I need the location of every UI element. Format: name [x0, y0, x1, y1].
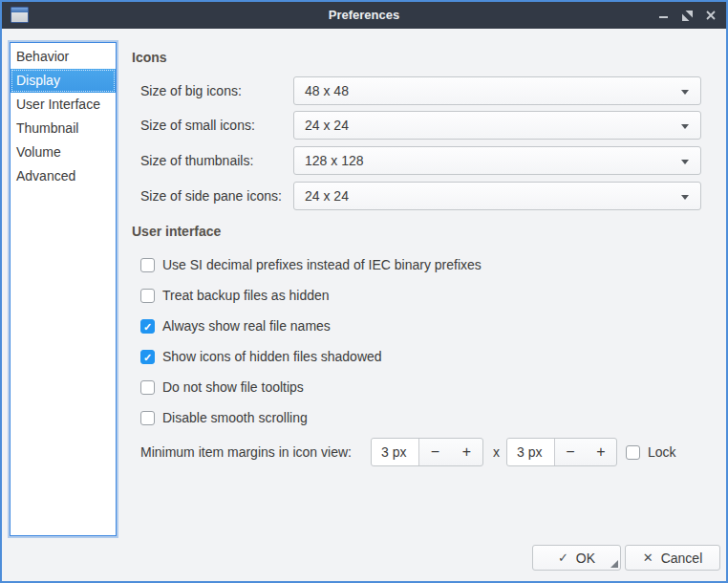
decrement-button[interactable]: − [419, 439, 451, 465]
setting-label: Size of small icons: [140, 118, 255, 133]
setting-row-small-icons: Size of small icons: 24 x 24 [140, 111, 698, 140]
close-icon: ✕ [643, 551, 653, 565]
margin-vertical-spinbox: 3 px − + [506, 438, 617, 466]
checkbox-label[interactable]: Always show real file names [162, 318, 331, 334]
margin-horizontal-spinbox: 3 px − + [371, 438, 483, 466]
close-icon [706, 11, 716, 20]
section-header-user-interface: User interface [132, 224, 221, 239]
setting-label: Size of thumbnails: [140, 153, 253, 168]
setting-row-thumbnails: Size of thumbnails: 128 x 128 [140, 146, 698, 175]
cancel-button[interactable]: ✕ Cancel [625, 545, 720, 571]
checkbox-label[interactable]: Disable smooth scrolling [162, 410, 308, 425]
default-button-corner-indicator [610, 560, 618, 568]
restore-button[interactable] [679, 8, 695, 23]
setting-row-side-pane-icons: Size of side pane icons: 24 x 24 [140, 182, 698, 210]
setting-label: Size of side pane icons: [140, 188, 282, 204]
combo-value: 24 x 24 [305, 188, 349, 204]
checkbox-label[interactable]: Use SI decimal prefixes instead of IEC b… [162, 257, 482, 272]
sidebar-item-behavior[interactable]: Behavior [11, 45, 116, 69]
combo-value: 48 x 48 [305, 83, 349, 98]
cancel-button-label: Cancel [661, 551, 703, 566]
checkbox-si-prefixes[interactable]: ✓ [140, 258, 155, 272]
checkbox-row-backup-hidden: ✓ Treat backup files as hidden [140, 287, 330, 304]
decrement-button[interactable]: − [555, 439, 586, 465]
combo-big-icon-size[interactable]: 48 x 48 [293, 76, 701, 105]
close-button[interactable] [703, 8, 718, 23]
minimize-button[interactable] [655, 8, 671, 23]
titlebar: Preferences [2, 2, 726, 29]
ok-button-label: OK [576, 551, 595, 566]
sidebar-item-volume[interactable]: Volume [11, 140, 116, 164]
sidebar-item-advanced[interactable]: Advanced [11, 164, 116, 188]
checkbox-label[interactable]: Show icons of hidden files shadowed [162, 349, 382, 364]
sidebar-item-user-interface[interactable]: User Interface [11, 93, 116, 117]
checkbox-file-tooltips[interactable]: ✓ [140, 380, 155, 395]
checkbox-row-hidden-shadowed: ✓ Show icons of hidden files shadowed [140, 348, 382, 365]
checkbox-hidden-shadowed[interactable]: ✓ [140, 350, 155, 364]
chevron-down-icon [681, 195, 689, 200]
settings-category-list: Behavior Display User Interface Thumbnai… [10, 42, 117, 536]
combo-thumbnail-size[interactable]: 128 x 128 [293, 146, 701, 175]
checkbox-label[interactable]: Do not show file tooltips [162, 379, 304, 395]
checkmark-icon: ✓ [141, 320, 154, 333]
item-margins-row: Minimum item margins in icon view: 3 px … [140, 438, 717, 466]
setting-row-big-icons: Size of big icons: 48 x 48 [140, 76, 698, 105]
sidebar-item-display[interactable]: Display [11, 69, 116, 93]
display-settings-panel: Icons Size of big icons: 48 x 48 Size of… [131, 42, 717, 541]
increment-button[interactable]: + [586, 439, 616, 465]
restore-icon [682, 11, 693, 21]
checkbox-smooth-scrolling[interactable]: ✓ [140, 411, 155, 425]
checkbox-row-smooth-scrolling: ✓ Disable smooth scrolling [140, 409, 308, 426]
preferences-window: Preferences Behavior Display User Interf… [0, 0, 728, 583]
combo-value: 128 x 128 [305, 153, 364, 168]
combo-small-icon-size[interactable]: 24 x 24 [293, 111, 701, 140]
chevron-down-icon [681, 160, 689, 164]
spinbox-value-field[interactable]: 3 px [507, 439, 555, 465]
chevron-down-icon [681, 124, 689, 129]
margins-x-separator: x [493, 438, 500, 466]
sidebar-item-thumbnail[interactable]: Thumbnail [11, 117, 116, 140]
window-title: Preferences [2, 2, 726, 29]
section-header-icons: Icons [132, 50, 167, 65]
combo-side-pane-icon-size[interactable]: 24 x 24 [293, 182, 701, 210]
minimize-icon [659, 16, 668, 18]
chevron-down-icon [681, 90, 689, 95]
increment-button[interactable]: + [451, 439, 482, 465]
check-icon: ✓ [558, 551, 568, 565]
item-margins-label: Minimum item margins in icon view: [140, 444, 352, 460]
lock-checkbox[interactable]: ✓ [626, 445, 640, 460]
spinbox-value-field[interactable]: 3 px [372, 439, 419, 465]
titlebar-controls [655, 2, 718, 29]
checkbox-real-file-names[interactable]: ✓ [140, 319, 155, 334]
lock-label[interactable]: Lock [648, 444, 676, 460]
checkbox-row-si-prefixes: ✓ Use SI decimal prefixes instead of IEC… [140, 256, 482, 273]
checkbox-row-file-tooltips: ✓ Do not show file tooltips [140, 378, 304, 396]
lock-checkbox-row: ✓ Lock [626, 444, 676, 460]
setting-label: Size of big icons: [140, 83, 242, 98]
ok-button[interactable]: ✓ OK [532, 545, 621, 571]
combo-value: 24 x 24 [305, 118, 349, 133]
checkmark-icon: ✓ [141, 351, 154, 363]
checkbox-backup-hidden[interactable]: ✓ [140, 289, 155, 303]
checkbox-label[interactable]: Treat backup files as hidden [162, 288, 330, 303]
checkbox-row-real-file-names: ✓ Always show real file names [140, 317, 331, 335]
